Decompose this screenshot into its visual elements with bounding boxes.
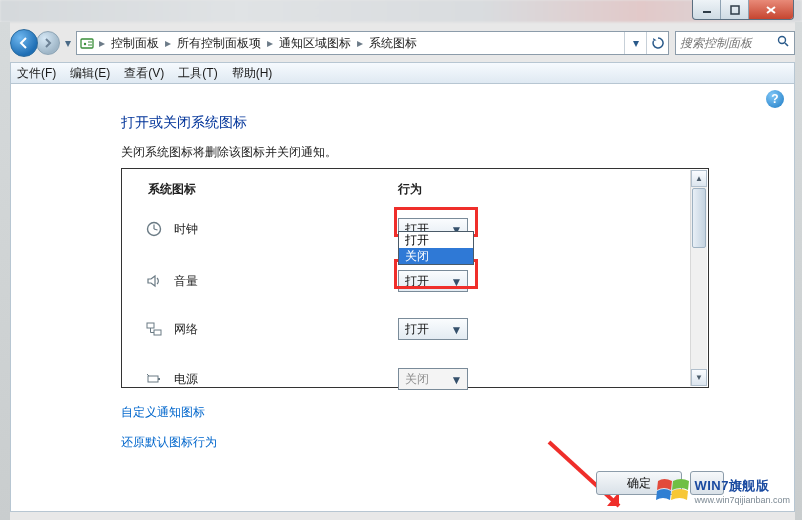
row-network: 网络 打开▼ bbox=[142, 309, 686, 349]
breadcrumb-separator: ▸ bbox=[265, 36, 275, 50]
address-dropdown-button[interactable]: ▾ bbox=[624, 32, 646, 54]
svg-point-5 bbox=[84, 43, 86, 45]
clock-icon bbox=[142, 219, 166, 239]
address-bar[interactable]: ▸ 控制面板 ▸ 所有控制面板项 ▸ 通知区域图标 ▸ 系统图标 ▾ bbox=[76, 31, 669, 55]
row-label: 音量 bbox=[174, 273, 198, 290]
menu-edit[interactable]: 编辑(E) bbox=[70, 65, 110, 82]
row-label: 时钟 bbox=[174, 221, 198, 238]
link-restore-defaults[interactable]: 还原默认图标行为 bbox=[121, 434, 217, 451]
window-caption-buttons bbox=[692, 0, 794, 20]
menu-view[interactable]: 查看(V) bbox=[124, 65, 164, 82]
link-customize-icons[interactable]: 自定义通知图标 bbox=[121, 404, 205, 421]
breadcrumb-item[interactable]: 控制面板 bbox=[107, 35, 163, 52]
dropdown-network[interactable]: 打开▼ bbox=[398, 318, 468, 340]
page-subtext: 关闭系统图标将删除该图标并关闭通知。 bbox=[121, 144, 337, 161]
breadcrumb-item[interactable]: 系统图标 bbox=[365, 35, 421, 52]
svg-line-12 bbox=[154, 229, 158, 230]
refresh-button[interactable] bbox=[646, 32, 668, 54]
maximize-button[interactable] bbox=[721, 0, 749, 19]
breadcrumb-separator: ▸ bbox=[97, 36, 107, 50]
menu-tools[interactable]: 工具(T) bbox=[178, 65, 217, 82]
breadcrumb-item[interactable]: 通知区域图标 bbox=[275, 35, 355, 52]
help-icon[interactable]: ? bbox=[766, 90, 784, 108]
svg-rect-14 bbox=[154, 330, 161, 335]
watermark-title: WIN7旗舰版 bbox=[694, 477, 790, 495]
breadcrumb-separator: ▸ bbox=[163, 36, 173, 50]
svg-line-19 bbox=[147, 374, 149, 376]
page-title: 打开或关闭系统图标 bbox=[121, 114, 247, 132]
system-icons-list: 系统图标 行为 时钟 打开▼ 音量 打开▼ 网络 打开▼ 电源 关闭▼ 打开 bbox=[121, 168, 709, 388]
chevron-down-icon: ▼ bbox=[449, 322, 464, 337]
row-volume: 音量 打开▼ bbox=[142, 261, 686, 301]
row-label: 网络 bbox=[174, 321, 198, 338]
network-icon bbox=[142, 319, 166, 339]
row-power: 电源 关闭▼ bbox=[142, 359, 686, 399]
watermark: WIN7旗舰版 www.win7qijianban.com bbox=[656, 475, 790, 507]
scrollbar[interactable]: ▲ ▼ bbox=[690, 170, 707, 386]
control-panel-icon bbox=[77, 36, 97, 50]
breadcrumb-item[interactable]: 所有控制面板项 bbox=[173, 35, 265, 52]
power-icon bbox=[142, 369, 166, 389]
dropdown-power: 关闭▼ bbox=[398, 368, 468, 390]
back-button[interactable] bbox=[10, 29, 38, 57]
svg-point-8 bbox=[779, 37, 786, 44]
menu-help[interactable]: 帮助(H) bbox=[232, 65, 273, 82]
chevron-down-icon: ▼ bbox=[449, 372, 464, 387]
svg-rect-4 bbox=[81, 39, 93, 48]
svg-line-9 bbox=[785, 43, 788, 46]
breadcrumb-separator: ▸ bbox=[355, 36, 365, 50]
menu-bar: 文件(F) 编辑(E) 查看(V) 工具(T) 帮助(H) bbox=[10, 62, 795, 84]
watermark-url: www.win7qijianban.com bbox=[694, 495, 790, 505]
dropdown-option-off[interactable]: 关闭 bbox=[399, 248, 473, 264]
nav-history-dropdown[interactable]: ▾ bbox=[62, 33, 74, 53]
dropdown-option-on[interactable]: 打开 bbox=[399, 232, 473, 248]
navigation-bar: ▾ ▸ 控制面板 ▸ 所有控制面板项 ▸ 通知区域图标 ▸ 系统图标 ▾ 搜索控… bbox=[10, 28, 795, 58]
scroll-thumb[interactable] bbox=[692, 188, 706, 248]
row-label: 电源 bbox=[174, 371, 198, 388]
windows-logo-icon bbox=[656, 475, 690, 507]
column-header-icon: 系统图标 bbox=[148, 181, 196, 198]
minimize-button[interactable] bbox=[693, 0, 721, 19]
search-icon bbox=[777, 35, 790, 51]
scroll-down-button[interactable]: ▼ bbox=[691, 369, 707, 386]
content-pane: ? 打开或关闭系统图标 关闭系统图标将删除该图标并关闭通知。 系统图标 行为 时… bbox=[10, 84, 795, 512]
dropdown-menu-open[interactable]: 打开 关闭 bbox=[398, 231, 474, 265]
svg-rect-17 bbox=[148, 376, 158, 382]
menu-file[interactable]: 文件(F) bbox=[17, 65, 56, 82]
column-header-behavior: 行为 bbox=[398, 181, 422, 198]
dropdown-volume[interactable]: 打开▼ bbox=[398, 270, 468, 292]
svg-rect-13 bbox=[147, 323, 154, 328]
svg-rect-18 bbox=[158, 378, 160, 380]
search-placeholder: 搜索控制面板 bbox=[680, 35, 752, 52]
volume-icon bbox=[142, 271, 166, 291]
chevron-down-icon: ▼ bbox=[449, 274, 464, 289]
svg-rect-1 bbox=[731, 6, 739, 14]
forward-button[interactable] bbox=[36, 31, 60, 55]
scroll-up-button[interactable]: ▲ bbox=[691, 170, 707, 187]
close-button[interactable] bbox=[749, 0, 793, 19]
search-input[interactable]: 搜索控制面板 bbox=[675, 31, 795, 55]
